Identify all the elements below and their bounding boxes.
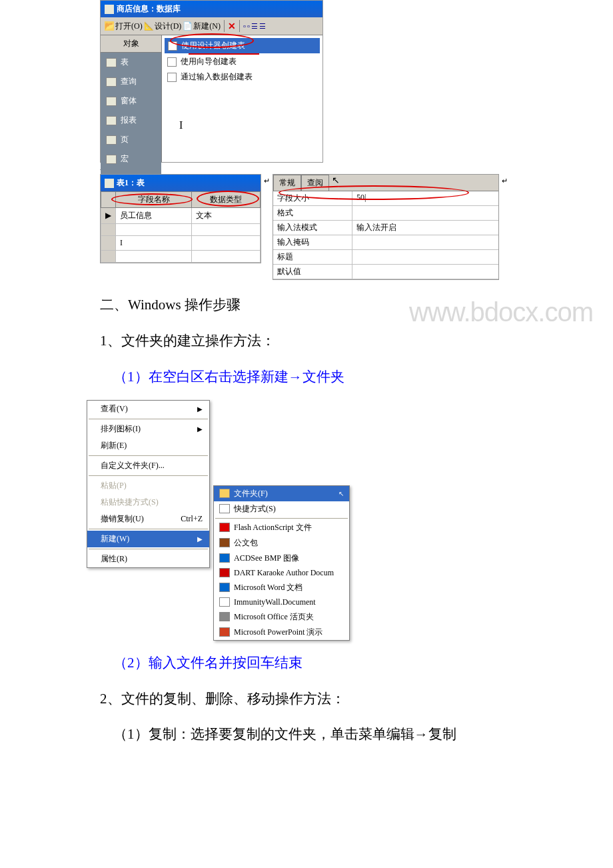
empty-cell[interactable]: I [116, 236, 192, 251]
new-item-icon [168, 41, 177, 51]
prop-mask-value[interactable] [352, 235, 498, 250]
sidebar: 对象 表 查询 窗体 报表 页 宏 模块 [101, 35, 162, 162]
tab-general[interactable]: 常规 [273, 175, 301, 191]
text-item2: 2、文件的复制、删除、移动操作方法： [100, 686, 513, 713]
ctx-paste-shortcut: 粘贴快捷方式(S) [87, 494, 209, 511]
prop-caption-label: 标题 [273, 250, 352, 265]
ctx-arrange[interactable]: 排列图标(I)▶ [87, 421, 209, 437]
fieldname-cell[interactable]: 员工信息 [116, 208, 192, 224]
empty-cell[interactable] [116, 224, 192, 236]
new-item-icon [167, 57, 177, 67]
sidebar-header: 对象 [101, 35, 161, 53]
sidebar-item-page[interactable]: 页 [101, 130, 161, 149]
menu-separator [89, 419, 208, 419]
sub-briefcase[interactable]: 公文包 [214, 535, 349, 551]
ctx-undo[interactable]: 撤销复制(U)Ctrl+Z [87, 511, 209, 527]
sub-ppt[interactable]: Microsoft PowerPoint 演示 [214, 625, 349, 640]
small-icons-btn[interactable]: ▫ [247, 22, 250, 30]
ctx-view[interactable]: 查看(V)▶ [87, 401, 209, 417]
row-selector[interactable] [101, 251, 116, 263]
menu-separator [89, 549, 208, 549]
menu-separator [215, 518, 348, 519]
prop-caption-value[interactable] [352, 250, 498, 265]
sidebar-item-table[interactable]: 表 [101, 53, 161, 72]
content-area: 使用设计器创建表 使用向导创建表 通过输入数据创建表 I [162, 35, 322, 162]
create-table-designer[interactable]: 使用设计器创建表 [165, 38, 320, 53]
binder-icon [219, 612, 230, 621]
paragraph-mark: ↵ [264, 177, 270, 185]
sidebar-item-macro[interactable]: 宏 [101, 149, 161, 169]
sub-folder[interactable]: 文件夹(F)↖ [214, 486, 349, 501]
text-item2-1: （1）复制：选择要复制的文件夹，单击菜单编辑→复制 [100, 721, 513, 748]
shortcut-text: Ctrl+Z [181, 514, 203, 524]
empty-cell[interactable] [192, 236, 261, 251]
word-icon [219, 583, 230, 592]
datatype-cell[interactable]: 文本 [192, 208, 261, 224]
separator [239, 20, 240, 32]
sub-shortcut[interactable]: 快捷方式(S) [214, 501, 349, 517]
create-table-data[interactable]: 通过输入数据创建表 [165, 70, 320, 84]
create-table-wizard[interactable]: 使用向导创建表 [165, 55, 320, 69]
submenu-arrow-icon: ▶ [197, 405, 203, 413]
prop-default-value[interactable] [352, 265, 498, 279]
separator [224, 20, 225, 32]
prop-ime-value[interactable]: 输入法开启 [352, 221, 498, 235]
ctx-properties[interactable]: 属性(R) [87, 551, 209, 567]
table-design-window: 表1：表 字段名称 数据类型 ▶ 员工信息 文本 I [100, 174, 261, 263]
sub-immunity[interactable]: ImmunityWall.Document [214, 595, 349, 609]
cursor-icon: ↖ [338, 490, 344, 497]
details-btn[interactable]: ☰ [259, 22, 266, 31]
table-icon [105, 179, 114, 188]
sub-binder[interactable]: Microsoft Office 活页夹 [214, 609, 349, 625]
row-selector[interactable] [101, 236, 116, 251]
ctx-refresh[interactable]: 刷新(E) [87, 437, 209, 454]
context-menu-screenshot: 查看(V)▶ 排列图标(I)▶ 刷新(E) 自定义文件夹(F)... 粘贴(P)… [87, 400, 513, 641]
new-button[interactable]: 📄新建(N) [183, 21, 221, 32]
prop-fieldsize-value[interactable]: 50| [352, 191, 498, 206]
table-icon [106, 58, 117, 67]
empty-cell[interactable] [192, 224, 261, 236]
ctx-new[interactable]: 新建(W)▶ [87, 531, 209, 547]
sidebar-item-query[interactable]: 查询 [101, 72, 161, 91]
open-button[interactable]: 📂打开(O) [105, 21, 143, 32]
ppt-icon [219, 627, 230, 637]
delete-icon[interactable]: ✕ [228, 21, 236, 32]
folder-icon [219, 489, 230, 498]
prop-default-label: 默认值 [273, 265, 352, 279]
dart-icon [219, 568, 230, 577]
empty-cell[interactable] [192, 251, 261, 263]
briefcase-icon [219, 538, 230, 547]
db-body: 对象 表 查询 窗体 报表 页 宏 模块 使用设计器创建表 使用向导创建表 通过… [101, 35, 322, 162]
prop-mask-label: 输入掩码 [273, 235, 352, 250]
row-selector[interactable] [101, 224, 116, 236]
prop-format-label: 格式 [273, 206, 352, 221]
design-button[interactable]: 📐设计(D) [144, 21, 182, 32]
new-icon: 📄 [183, 21, 192, 31]
text-item1: 1、文件夹的建立操作方法： [100, 328, 513, 355]
paragraph-mark: ↵ [502, 177, 508, 185]
tabs: 常规 查阅 ↖ [273, 175, 498, 191]
sub-word[interactable]: Microsoft Word 文档 [214, 580, 349, 595]
prop-format-value[interactable] [352, 206, 498, 221]
field-grid: 字段名称 数据类型 ▶ 员工信息 文本 I [101, 191, 261, 263]
paragraph-mark: ↵ [100, 165, 513, 174]
tab-lookup[interactable]: 查阅 [301, 175, 329, 191]
ctx-paste: 粘贴(P) [87, 477, 209, 494]
sub-flash[interactable]: Flash ActionScript 文件 [214, 520, 349, 535]
empty-cell[interactable] [116, 251, 192, 263]
flash-icon [219, 523, 230, 532]
table-title-text: 表1：表 [117, 177, 145, 189]
ctx-customize[interactable]: 自定义文件夹(F)... [87, 457, 209, 474]
row-selector-header [101, 192, 116, 208]
text-cursor-icon: I [179, 119, 183, 131]
sidebar-item-form[interactable]: 窗体 [101, 91, 161, 111]
sidebar-item-report[interactable]: 报表 [101, 111, 161, 130]
sub-dart[interactable]: DART Karaoke Author Docum [214, 566, 349, 580]
sub-bmp[interactable]: ACDSee BMP 图像 [214, 551, 349, 566]
new-submenu: 文件夹(F)↖ 快捷方式(S) Flash ActionScript 文件 公文… [213, 485, 350, 641]
list-btn[interactable]: ☰ [251, 22, 258, 31]
menu-separator [89, 455, 208, 456]
query-icon [106, 77, 117, 87]
large-icons-btn[interactable]: ▫ [243, 22, 246, 30]
row-selector[interactable]: ▶ [101, 208, 116, 224]
